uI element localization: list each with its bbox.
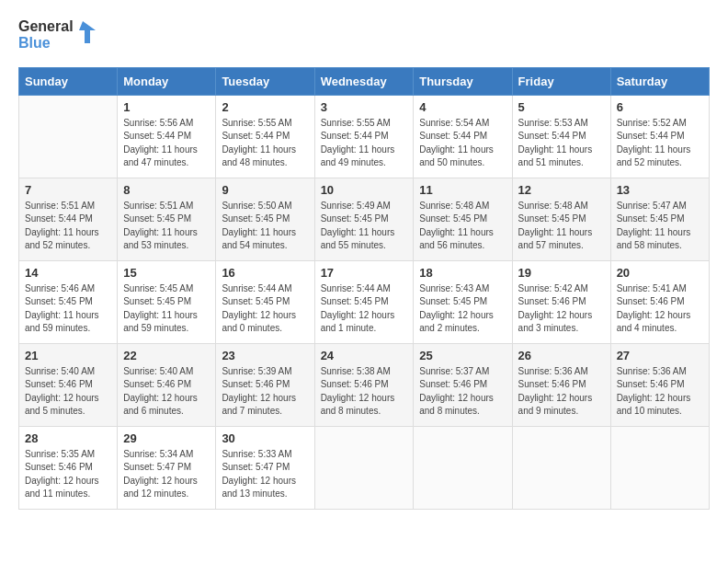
day-info: Sunrise: 5:48 AM Sunset: 5:45 PM Dayligh…	[518, 200, 605, 253]
calendar-cell: 3Sunrise: 5:55 AM Sunset: 5:44 PM Daylig…	[314, 95, 414, 178]
day-info: Sunrise: 5:55 AM Sunset: 5:44 PM Dayligh…	[321, 117, 408, 170]
day-number: 8	[123, 183, 210, 197]
day-number: 23	[222, 349, 308, 362]
calendar-cell: 30Sunrise: 5:33 AM Sunset: 5:47 PM Dayli…	[216, 426, 314, 509]
day-info: Sunrise: 5:48 AM Sunset: 5:45 PM Dayligh…	[419, 200, 506, 253]
calendar-cell: 25Sunrise: 5:37 AM Sunset: 5:46 PM Dayli…	[414, 343, 512, 426]
calendar-cell: 24Sunrise: 5:38 AM Sunset: 5:46 PM Dayli…	[314, 343, 414, 426]
day-number: 16	[222, 266, 308, 280]
svg-marker-0	[79, 21, 96, 43]
logo-bird-icon	[75, 21, 96, 49]
day-number: 9	[222, 183, 308, 197]
day-info: Sunrise: 5:45 AM Sunset: 5:45 PM Dayligh…	[123, 282, 210, 336]
calendar-cell: 4Sunrise: 5:54 AM Sunset: 5:44 PM Daylig…	[414, 95, 512, 178]
day-number: 1	[123, 100, 210, 114]
calendar-cell: 10Sunrise: 5:49 AM Sunset: 5:45 PM Dayli…	[314, 178, 414, 260]
calendar-week-row: 14Sunrise: 5:46 AM Sunset: 5:45 PM Dayli…	[19, 260, 710, 343]
logo-text-stack: General Blue	[18, 18, 74, 52]
calendar-cell: 5Sunrise: 5:53 AM Sunset: 5:44 PM Daylig…	[512, 95, 610, 178]
calendar-cell: 17Sunrise: 5:44 AM Sunset: 5:45 PM Dayli…	[314, 260, 414, 343]
calendar-header-friday: Friday	[512, 67, 610, 95]
calendar-cell	[414, 426, 512, 509]
calendar-cell: 1Sunrise: 5:56 AM Sunset: 5:44 PM Daylig…	[118, 95, 216, 178]
calendar-cell: 15Sunrise: 5:45 AM Sunset: 5:45 PM Dayli…	[118, 260, 216, 343]
calendar-cell: 14Sunrise: 5:46 AM Sunset: 5:45 PM Dayli…	[19, 260, 118, 343]
day-info: Sunrise: 5:38 AM Sunset: 5:46 PM Dayligh…	[321, 365, 408, 419]
calendar-cell: 7Sunrise: 5:51 AM Sunset: 5:44 PM Daylig…	[19, 178, 118, 260]
calendar-cell: 8Sunrise: 5:51 AM Sunset: 5:45 PM Daylig…	[118, 178, 216, 260]
day-info: Sunrise: 5:53 AM Sunset: 5:44 PM Dayligh…	[518, 117, 605, 170]
day-info: Sunrise: 5:39 AM Sunset: 5:46 PM Dayligh…	[222, 365, 308, 419]
day-info: Sunrise: 5:51 AM Sunset: 5:44 PM Dayligh…	[25, 200, 111, 253]
calendar-cell: 9Sunrise: 5:50 AM Sunset: 5:45 PM Daylig…	[216, 178, 314, 260]
day-number: 20	[617, 266, 703, 280]
day-info: Sunrise: 5:44 AM Sunset: 5:45 PM Dayligh…	[321, 282, 408, 336]
day-number: 30	[222, 431, 308, 445]
calendar-cell	[19, 95, 118, 178]
day-info: Sunrise: 5:33 AM Sunset: 5:47 PM Dayligh…	[222, 448, 308, 501]
calendar-cell: 2Sunrise: 5:55 AM Sunset: 5:44 PM Daylig…	[216, 95, 314, 178]
day-info: Sunrise: 5:40 AM Sunset: 5:46 PM Dayligh…	[123, 365, 210, 419]
day-number: 24	[321, 349, 408, 362]
day-info: Sunrise: 5:49 AM Sunset: 5:45 PM Dayligh…	[321, 200, 408, 253]
day-number: 14	[25, 266, 111, 280]
day-info: Sunrise: 5:52 AM Sunset: 5:44 PM Dayligh…	[617, 117, 703, 170]
day-info: Sunrise: 5:36 AM Sunset: 5:46 PM Dayligh…	[518, 365, 605, 419]
day-number: 17	[321, 266, 408, 280]
calendar-cell: 16Sunrise: 5:44 AM Sunset: 5:45 PM Dayli…	[216, 260, 314, 343]
logo: General Blue	[18, 18, 96, 52]
calendar-header-row: SundayMondayTuesdayWednesdayThursdayFrid…	[19, 67, 710, 95]
calendar-header-sunday: Sunday	[19, 67, 118, 95]
calendar-cell: 19Sunrise: 5:42 AM Sunset: 5:46 PM Dayli…	[512, 260, 610, 343]
day-info: Sunrise: 5:36 AM Sunset: 5:46 PM Dayligh…	[617, 365, 703, 419]
day-number: 2	[222, 100, 308, 114]
day-info: Sunrise: 5:46 AM Sunset: 5:45 PM Dayligh…	[25, 282, 111, 336]
day-number: 28	[25, 431, 111, 445]
day-info: Sunrise: 5:43 AM Sunset: 5:45 PM Dayligh…	[419, 282, 506, 336]
calendar-cell: 21Sunrise: 5:40 AM Sunset: 5:46 PM Dayli…	[19, 343, 118, 426]
day-number: 18	[419, 266, 506, 280]
page-header: General Blue	[18, 18, 710, 52]
day-info: Sunrise: 5:55 AM Sunset: 5:44 PM Dayligh…	[222, 117, 308, 170]
calendar-cell: 6Sunrise: 5:52 AM Sunset: 5:44 PM Daylig…	[610, 95, 709, 178]
calendar-week-row: 28Sunrise: 5:35 AM Sunset: 5:46 PM Dayli…	[19, 426, 710, 509]
calendar-cell: 13Sunrise: 5:47 AM Sunset: 5:45 PM Dayli…	[610, 178, 709, 260]
calendar-cell: 28Sunrise: 5:35 AM Sunset: 5:46 PM Dayli…	[19, 426, 118, 509]
day-info: Sunrise: 5:41 AM Sunset: 5:46 PM Dayligh…	[617, 282, 703, 336]
calendar-header-saturday: Saturday	[610, 67, 709, 95]
calendar-cell: 22Sunrise: 5:40 AM Sunset: 5:46 PM Dayli…	[118, 343, 216, 426]
day-number: 5	[518, 100, 605, 114]
calendar-cell: 12Sunrise: 5:48 AM Sunset: 5:45 PM Dayli…	[512, 178, 610, 260]
day-number: 12	[518, 183, 605, 197]
day-number: 13	[617, 183, 703, 197]
day-number: 21	[25, 349, 111, 362]
calendar-header-tuesday: Tuesday	[216, 67, 314, 95]
day-number: 11	[419, 183, 506, 197]
day-info: Sunrise: 5:42 AM Sunset: 5:46 PM Dayligh…	[518, 282, 605, 336]
logo-blue: Blue	[18, 35, 74, 52]
calendar-cell	[512, 426, 610, 509]
day-number: 29	[123, 431, 210, 445]
day-info: Sunrise: 5:40 AM Sunset: 5:46 PM Dayligh…	[25, 365, 111, 419]
day-info: Sunrise: 5:35 AM Sunset: 5:46 PM Dayligh…	[25, 448, 111, 501]
day-number: 27	[617, 349, 703, 362]
calendar-week-row: 21Sunrise: 5:40 AM Sunset: 5:46 PM Dayli…	[19, 343, 710, 426]
logo-general: General	[18, 18, 74, 35]
calendar-week-row: 1Sunrise: 5:56 AM Sunset: 5:44 PM Daylig…	[19, 95, 710, 178]
calendar-cell: 26Sunrise: 5:36 AM Sunset: 5:46 PM Dayli…	[512, 343, 610, 426]
day-info: Sunrise: 5:34 AM Sunset: 5:47 PM Dayligh…	[123, 448, 210, 501]
day-info: Sunrise: 5:54 AM Sunset: 5:44 PM Dayligh…	[419, 117, 506, 170]
day-number: 4	[419, 100, 506, 114]
calendar-cell	[610, 426, 709, 509]
day-info: Sunrise: 5:51 AM Sunset: 5:45 PM Dayligh…	[123, 200, 210, 253]
day-info: Sunrise: 5:37 AM Sunset: 5:46 PM Dayligh…	[419, 365, 506, 419]
logo-wrapper: General Blue	[18, 18, 96, 52]
calendar-cell: 23Sunrise: 5:39 AM Sunset: 5:46 PM Dayli…	[216, 343, 314, 426]
calendar-header-monday: Monday	[118, 67, 216, 95]
day-number: 7	[25, 183, 111, 197]
day-info: Sunrise: 5:44 AM Sunset: 5:45 PM Dayligh…	[222, 282, 308, 336]
calendar-cell: 18Sunrise: 5:43 AM Sunset: 5:45 PM Dayli…	[414, 260, 512, 343]
day-info: Sunrise: 5:56 AM Sunset: 5:44 PM Dayligh…	[123, 117, 210, 170]
calendar-header-thursday: Thursday	[414, 67, 512, 95]
day-info: Sunrise: 5:47 AM Sunset: 5:45 PM Dayligh…	[617, 200, 703, 253]
